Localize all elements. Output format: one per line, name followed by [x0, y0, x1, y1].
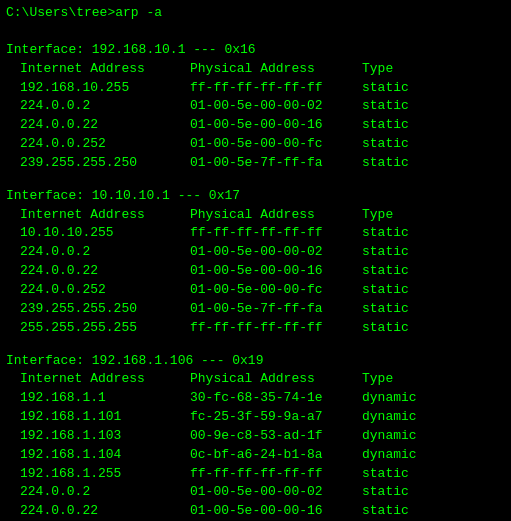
col-type-1-4: static: [362, 281, 442, 300]
col-internet-2-4: 192.168.1.104: [20, 446, 190, 465]
col-internet-1-0: Internet Address: [20, 206, 190, 225]
col-type-1-6: static: [362, 319, 442, 338]
col-internet-0-2: 224.0.0.2: [20, 97, 190, 116]
col-header-2: Internet AddressPhysical AddressType: [6, 370, 505, 389]
col-internet-2-2: 192.168.1.101: [20, 408, 190, 427]
col-type-1-5: static: [362, 300, 442, 319]
section-header-1: Interface: 10.10.10.1 --- 0x17: [6, 187, 505, 206]
table-row: 192.168.10.255ff-ff-ff-ff-ff-ffstatic: [6, 79, 505, 98]
col-physical-0-3: 01-00-5e-00-00-16: [190, 116, 362, 135]
section-header-0: Interface: 192.168.10.1 --- 0x16: [6, 41, 505, 60]
sections-container: Interface: 192.168.10.1 --- 0x16Internet…: [6, 27, 505, 521]
col-type-2-7: static: [362, 502, 442, 521]
table-row: 224.0.0.201-00-5e-00-00-02static: [6, 483, 505, 502]
table-row: 224.0.0.2201-00-5e-00-00-16static: [6, 116, 505, 135]
col-internet-0-4: 224.0.0.252: [20, 135, 190, 154]
terminal-window: C:\Users\tree>arp -a Interface: 192.168.…: [6, 4, 505, 521]
prompt-line: C:\Users\tree>arp -a: [6, 4, 505, 23]
col-type-2-2: dynamic: [362, 408, 442, 427]
col-type-0-4: static: [362, 135, 442, 154]
col-type-1-3: static: [362, 262, 442, 281]
col-type-1-2: static: [362, 243, 442, 262]
table-row: 224.0.0.201-00-5e-00-00-02static: [6, 97, 505, 116]
col-type-0-2: static: [362, 97, 442, 116]
table-row: 255.255.255.255ff-ff-ff-ff-ff-ffstatic: [6, 319, 505, 338]
table-row: 239.255.255.25001-00-5e-7f-ff-fastatic: [6, 300, 505, 319]
col-internet-0-0: Internet Address: [20, 60, 190, 79]
col-type-1-1: static: [362, 224, 442, 243]
col-physical-2-5: ff-ff-ff-ff-ff-ff: [190, 465, 362, 484]
col-internet-1-5: 239.255.255.250: [20, 300, 190, 319]
col-header-1: Internet AddressPhysical AddressType: [6, 206, 505, 225]
col-physical-1-4: 01-00-5e-00-00-fc: [190, 281, 362, 300]
col-physical-2-6: 01-00-5e-00-00-02: [190, 483, 362, 502]
col-physical-1-0: Physical Address: [190, 206, 362, 225]
col-type-2-3: dynamic: [362, 427, 442, 446]
table-row: 239.255.255.25001-00-5e-7f-ff-fastatic: [6, 154, 505, 173]
col-physical-2-0: Physical Address: [190, 370, 362, 389]
section-header-2: Interface: 192.168.1.106 --- 0x19: [6, 352, 505, 371]
col-type-1-0: Type: [362, 206, 442, 225]
col-physical-0-2: 01-00-5e-00-00-02: [190, 97, 362, 116]
col-physical-2-3: 00-9e-c8-53-ad-1f: [190, 427, 362, 446]
col-physical-2-2: fc-25-3f-59-9a-a7: [190, 408, 362, 427]
col-physical-2-7: 01-00-5e-00-00-16: [190, 502, 362, 521]
table-row: 224.0.0.2201-00-5e-00-00-16static: [6, 502, 505, 521]
col-physical-1-6: ff-ff-ff-ff-ff-ff: [190, 319, 362, 338]
col-physical-2-1: 30-fc-68-35-74-1e: [190, 389, 362, 408]
col-type-0-0: Type: [362, 60, 442, 79]
col-internet-0-1: 192.168.10.255: [20, 79, 190, 98]
col-internet-1-2: 224.0.0.2: [20, 243, 190, 262]
table-row: 192.168.1.1040c-bf-a6-24-b1-8adynamic: [6, 446, 505, 465]
col-internet-0-5: 239.255.255.250: [20, 154, 190, 173]
section-spacer-0: [6, 27, 505, 33]
table-row: 10.10.10.255ff-ff-ff-ff-ff-ffstatic: [6, 224, 505, 243]
table-row: 192.168.1.130-fc-68-35-74-1edynamic: [6, 389, 505, 408]
col-type-2-6: static: [362, 483, 442, 502]
col-physical-0-4: 01-00-5e-00-00-fc: [190, 135, 362, 154]
col-header-0: Internet AddressPhysical AddressType: [6, 60, 505, 79]
col-internet-2-3: 192.168.1.103: [20, 427, 190, 446]
col-internet-2-6: 224.0.0.2: [20, 483, 190, 502]
col-type-0-5: static: [362, 154, 442, 173]
col-type-0-3: static: [362, 116, 442, 135]
table-row: 224.0.0.201-00-5e-00-00-02static: [6, 243, 505, 262]
col-type-2-0: Type: [362, 370, 442, 389]
col-physical-0-5: 01-00-5e-7f-ff-fa: [190, 154, 362, 173]
col-internet-2-7: 224.0.0.22: [20, 502, 190, 521]
col-internet-1-1: 10.10.10.255: [20, 224, 190, 243]
col-type-2-4: dynamic: [362, 446, 442, 465]
col-internet-2-5: 192.168.1.255: [20, 465, 190, 484]
col-internet-2-0: Internet Address: [20, 370, 190, 389]
col-physical-1-1: ff-ff-ff-ff-ff-ff: [190, 224, 362, 243]
col-physical-1-2: 01-00-5e-00-00-02: [190, 243, 362, 262]
table-row: 192.168.1.101fc-25-3f-59-9a-a7dynamic: [6, 408, 505, 427]
col-internet-1-6: 255.255.255.255: [20, 319, 190, 338]
col-internet-0-3: 224.0.0.22: [20, 116, 190, 135]
col-physical-1-3: 01-00-5e-00-00-16: [190, 262, 362, 281]
table-row: 224.0.0.25201-00-5e-00-00-fcstatic: [6, 281, 505, 300]
col-internet-1-4: 224.0.0.252: [20, 281, 190, 300]
table-row: 192.168.1.10300-9e-c8-53-ad-1fdynamic: [6, 427, 505, 446]
col-type-2-5: static: [362, 465, 442, 484]
col-type-0-1: static: [362, 79, 442, 98]
col-physical-1-5: 01-00-5e-7f-ff-fa: [190, 300, 362, 319]
section-spacer-2: [6, 338, 505, 344]
section-spacer-1: [6, 173, 505, 179]
col-internet-2-1: 192.168.1.1: [20, 389, 190, 408]
table-row: 224.0.0.2201-00-5e-00-00-16static: [6, 262, 505, 281]
col-physical-0-1: ff-ff-ff-ff-ff-ff: [190, 79, 362, 98]
col-internet-1-3: 224.0.0.22: [20, 262, 190, 281]
col-physical-2-4: 0c-bf-a6-24-b1-8a: [190, 446, 362, 465]
table-row: 224.0.0.25201-00-5e-00-00-fcstatic: [6, 135, 505, 154]
table-row: 192.168.1.255ff-ff-ff-ff-ff-ffstatic: [6, 465, 505, 484]
col-physical-0-0: Physical Address: [190, 60, 362, 79]
col-type-2-1: dynamic: [362, 389, 442, 408]
